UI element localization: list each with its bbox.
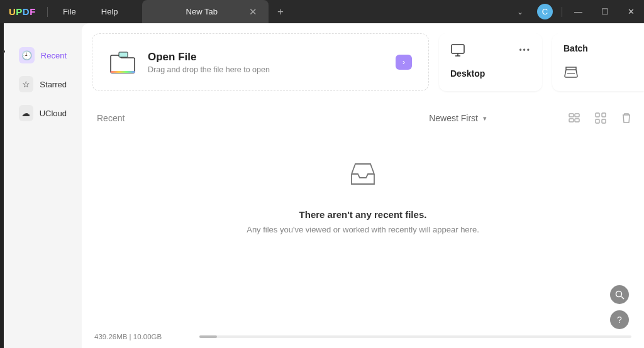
cloud-icon: ☁ (19, 105, 33, 121)
empty-subtitle: Any files you've viewed or worked with r… (247, 225, 479, 234)
titlebar-right: ⌄ C — ☐ ✕ (509, 4, 644, 19)
sidebar: 🕘 Recent ☆ Starred ☁ UCloud (4, 23, 82, 348)
desktop-card-top: ••• (450, 43, 531, 57)
open-file-text: Open File Drag and drop the file here to… (148, 51, 270, 74)
inbox-icon (349, 160, 377, 187)
clock-icon: 🕘 (19, 47, 35, 63)
svg-rect-6 (569, 114, 574, 117)
sidebar-item-recent[interactable]: 🕘 Recent (13, 42, 73, 68)
svg-line-15 (621, 296, 624, 299)
storage-fill (199, 335, 216, 338)
active-indicator-dot (3, 50, 5, 53)
svg-rect-7 (575, 114, 579, 117)
more-icon[interactable]: ••• (519, 46, 531, 55)
svg-rect-9 (575, 119, 579, 122)
maximize-button[interactable]: ☐ (592, 7, 618, 16)
monitor-icon (450, 43, 465, 57)
avatar[interactable]: C (537, 4, 553, 19)
open-file-card[interactable]: Open File Drag and drop the file here to… (92, 33, 429, 91)
workspace: 🕘 Recent ☆ Starred ☁ UCloud Open File (4, 23, 644, 348)
svg-rect-13 (602, 119, 606, 123)
batch-card[interactable]: Batch (552, 33, 644, 91)
search-button[interactable] (610, 285, 629, 304)
recent-header: Recent Newest First (82, 91, 644, 130)
sidebar-item-starred[interactable]: ☆ Starred (13, 71, 73, 97)
search-icon (615, 290, 625, 300)
help-button[interactable]: ? (610, 310, 629, 329)
sort-dropdown[interactable]: Newest First (429, 113, 487, 123)
sidebar-item-label: UCloud (40, 109, 67, 118)
folder-icon (109, 50, 136, 74)
svg-rect-0 (119, 52, 128, 57)
star-icon: ☆ (19, 76, 33, 92)
open-file-arrow-button[interactable]: › (396, 55, 412, 70)
menu-file[interactable]: File (50, 7, 89, 16)
cards-row: Open File Drag and drop the file here to… (82, 23, 644, 91)
trash-icon[interactable] (621, 112, 631, 124)
tab-title: New Tab (186, 7, 218, 16)
titlebar: UPDF File Help New Tab ✕ + ⌄ C — ☐ ✕ (0, 0, 644, 23)
svg-rect-8 (569, 119, 574, 122)
chevron-down-icon[interactable]: ⌄ (509, 8, 531, 16)
desktop-card[interactable]: ••• Desktop (439, 33, 542, 91)
storage-bar: 439.26MB | 10.00GB (82, 333, 644, 348)
storage-track[interactable] (199, 335, 631, 338)
tab-new[interactable]: New Tab ✕ (142, 0, 269, 23)
separator (47, 7, 48, 17)
recent-section-title: Recent (97, 113, 125, 123)
batch-card-title: Batch (564, 43, 633, 53)
sidebar-item-ucloud[interactable]: ☁ UCloud (13, 100, 73, 126)
view-icons (569, 112, 631, 124)
main-content: Open File Drag and drop the file here to… (82, 23, 644, 348)
menu-help[interactable]: Help (89, 7, 131, 16)
list-view-icon[interactable] (569, 112, 580, 124)
grid-view-icon[interactable] (595, 112, 606, 124)
svg-rect-1 (111, 71, 135, 73)
close-button[interactable]: ✕ (618, 7, 644, 16)
svg-rect-10 (596, 113, 599, 117)
scanner-icon (564, 65, 579, 79)
svg-rect-11 (602, 113, 606, 117)
sidebar-item-label: Starred (40, 80, 67, 89)
storage-text: 439.26MB | 10.00GB (94, 333, 162, 340)
empty-state: There aren't any recent files. Any files… (82, 130, 644, 333)
open-file-subtitle: Drag and drop the file here to open (148, 65, 270, 74)
svg-rect-2 (452, 45, 464, 53)
app-logo: UPDF (0, 6, 45, 17)
sidebar-item-label: Recent (41, 51, 67, 60)
close-icon[interactable]: ✕ (249, 6, 257, 18)
empty-title: There aren't any recent files. (299, 209, 427, 220)
minimize-button[interactable]: — (565, 7, 592, 16)
desktop-card-title: Desktop (450, 68, 531, 79)
new-tab-button[interactable]: + (277, 6, 284, 18)
separator (562, 7, 562, 17)
svg-point-14 (616, 291, 621, 296)
svg-rect-12 (596, 119, 599, 123)
open-file-title: Open File (148, 51, 270, 63)
